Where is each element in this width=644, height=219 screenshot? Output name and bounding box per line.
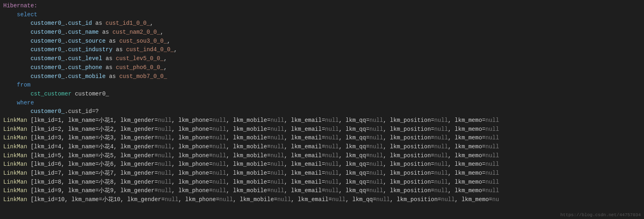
dot4: . <box>65 46 68 53</box>
lkm10-data: [lkm_id=10, lkm_name=小花10, lkm_gender=nu… <box>27 196 499 203</box>
line-from: from <box>3 81 641 90</box>
as3: as <box>106 38 119 44</box>
line-field1: customer0_.cust_id as cust_id1_0_0_, <box>3 19 641 28</box>
line-lkm5: LinkMan [lkm_id=5, lkm_name=小花5, lkm_gen… <box>3 152 641 160</box>
line-field3: customer0_.cust_source as cust_sou3_0_0_… <box>3 37 641 46</box>
line-lkm3: LinkMan [lkm_id=3, lkm_name=小花3, lkm_gen… <box>3 134 641 143</box>
console-output: Hibernate: select customer0_.cust_id as … <box>0 0 644 219</box>
field-cust-name-tbl: customer0_ <box>30 29 65 35</box>
as4: as <box>112 46 126 53</box>
field-cust-level-tbl: customer0_ <box>30 55 65 62</box>
lkm5-data: [lkm_id=5, lkm_name=小花5, lkm_gender=null… <box>27 152 499 159</box>
lkm2-data: [lkm_id=2, lkm_name=小花2, lkm_gender=null… <box>27 126 499 132</box>
lkm7-data: [lkm_id=7, lkm_name=小花7, lkm_gender=null… <box>27 170 499 176</box>
table-cst-customer: cst_customer <box>30 91 71 97</box>
alias-cust-level: cust_lev5_0_0_ <box>116 55 164 62</box>
comma6: , <box>164 64 167 71</box>
dot3: . <box>65 38 68 44</box>
lkm7-label: LinkMan <box>3 170 27 176</box>
as5: as <box>102 55 116 62</box>
lkm4-data: [lkm_id=4, lkm_name=小花4, lkm_gender=null… <box>27 143 499 150</box>
lkm9-data: [lkm_id=9, lkm_name=小花9, lkm_gender=null… <box>27 187 499 194</box>
dot5: . <box>65 55 68 62</box>
line-lkm6: LinkMan [lkm_id=6, lkm_name=小花6, lkm_gen… <box>3 160 641 169</box>
lkm6-label: LinkMan <box>3 161 27 167</box>
alias-cust-name: cust_nam2_0_0_ <box>112 29 160 35</box>
field-cust-source-tbl: customer0_ <box>30 38 65 44</box>
dot6: . <box>65 64 68 71</box>
alias-cust-industry: cust_ind4_0_0_ <box>126 46 174 53</box>
field-cust-mobile-tbl: customer0_ <box>30 73 65 80</box>
as1: as <box>92 20 106 26</box>
field-cust-id-name: cust_id <box>68 20 92 26</box>
lkm2-label: LinkMan <box>3 126 27 132</box>
line-lkm4: LinkMan [lkm_id=4, lkm_name=小花4, lkm_gen… <box>3 143 641 152</box>
lkm5-label: LinkMan <box>3 152 27 159</box>
lkm8-label: LinkMan <box>3 179 27 185</box>
lkm9-label: LinkMan <box>3 187 27 194</box>
line-lkm2: LinkMan [lkm_id=2, lkm_name=小花2, lkm_gen… <box>3 125 641 134</box>
as7: as <box>106 73 119 80</box>
field-cust-id: customer0_ <box>30 20 65 26</box>
condition-text: .cust_id=? <box>65 108 99 115</box>
line-lkm9: LinkMan [lkm_id=9, lkm_name=小花9, lkm_gen… <box>3 186 641 195</box>
line-lkm8: LinkMan [lkm_id=8, lkm_name=小花8, lkm_gen… <box>3 178 641 187</box>
condition-field: customer0_ <box>30 108 65 115</box>
lkm3-label: LinkMan <box>3 134 27 141</box>
line-field5: customer0_.cust_level as cust_lev5_0_0_, <box>3 54 641 63</box>
as2: as <box>99 29 112 35</box>
line-table: cst_customer customer0_ <box>3 90 641 99</box>
line-lkm7: LinkMan [lkm_id=7, lkm_name=小花7, lkm_gen… <box>3 169 641 178</box>
lkm4-label: LinkMan <box>3 143 27 150</box>
line-condition: customer0_.cust_id=? <box>3 107 641 116</box>
field-cust-industry: cust_industry <box>68 46 112 53</box>
where-keyword: where <box>17 100 34 106</box>
dot7: . <box>65 73 68 80</box>
line-field4: customer0_.cust_industry as cust_ind4_0_… <box>3 46 641 54</box>
table-alias: customer0_ <box>71 91 109 97</box>
lkm3-data: [lkm_id=3, lkm_name=小花3, lkm_gender=null… <box>27 134 499 141</box>
comma4: , <box>174 46 177 53</box>
field-cust-phone-tbl: customer0_ <box>30 64 65 71</box>
dot2: . <box>65 29 68 35</box>
lkm8-data: [lkm_id=8, lkm_name=小花8, lkm_gender=null… <box>27 179 499 185</box>
lkm10-label: LinkMan <box>3 196 27 203</box>
alias-cust-id: cust_id1_0_0_ <box>106 20 150 26</box>
as6: as <box>102 64 116 71</box>
line-field2: customer0_.cust_name as cust_nam2_0_0_, <box>3 28 641 37</box>
field-cust-mobile: cust_mobile <box>68 73 106 80</box>
lkm1-data: [lkm_id=1, lkm_name=小花1, lkm_gender=null… <box>27 117 499 124</box>
select-keyword: select <box>17 11 37 18</box>
watermark: https://blog.csdn.net/44757034 <box>560 212 641 217</box>
line-hibernate: Hibernate: <box>3 2 641 11</box>
comma2: , <box>160 29 164 35</box>
alias-cust-phone: cust_pho6_0_0_ <box>116 64 164 71</box>
dot1: . <box>65 20 68 26</box>
field-cust-source: cust_source <box>68 38 106 44</box>
lkm1-label: LinkMan <box>3 117 27 124</box>
alias-cust-mobile: cust_mob7_0_0_ <box>119 73 167 80</box>
line-lkm10: LinkMan [lkm_id=10, lkm_name=小花10, lkm_g… <box>3 195 641 204</box>
alias-cust-source: cust_sou3_0_0_ <box>119 38 167 44</box>
comma1: , <box>150 20 153 26</box>
field-cust-name: cust_name <box>68 29 99 35</box>
line-lkm1: LinkMan [lkm_id=1, lkm_name=小花1, lkm_gen… <box>3 116 641 125</box>
comma5: , <box>164 55 167 62</box>
field-cust-phone: cust_phone <box>68 64 102 71</box>
line-field7: customer0_.cust_mobile as cust_mob7_0_0_ <box>3 72 641 81</box>
line-where: where <box>3 99 641 108</box>
hibernate-label: Hibernate: <box>3 2 37 9</box>
from-keyword: from <box>17 82 31 88</box>
comma3: , <box>167 38 170 44</box>
line-field6: customer0_.cust_phone as cust_pho6_0_0_, <box>3 63 641 72</box>
line-select: select <box>3 11 641 20</box>
field-cust-level: cust_level <box>68 55 102 62</box>
field-cust-industry-tbl: customer0_ <box>30 46 65 53</box>
lkm6-data: [lkm_id=6, lkm_name=小花6, lkm_gender=null… <box>27 161 499 167</box>
